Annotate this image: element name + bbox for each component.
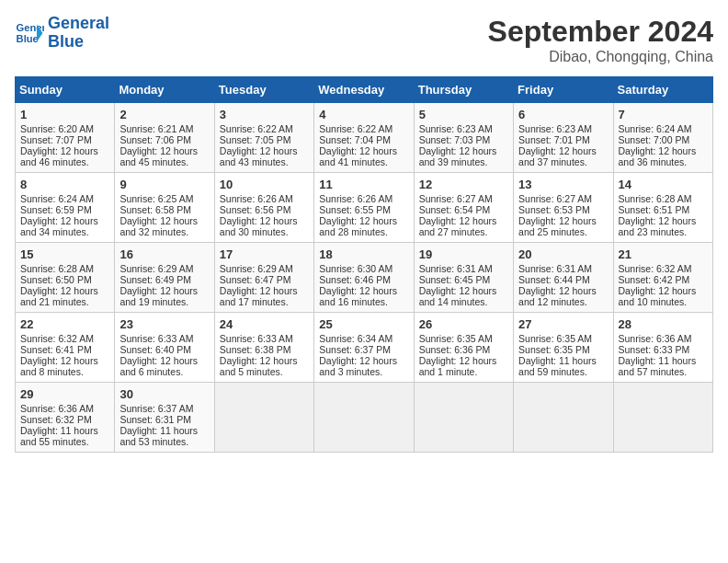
day-info: Sunset: 6:42 PM [619,274,708,285]
table-row: 27Sunrise: 6:35 AMSunset: 6:35 PMDayligh… [514,313,613,383]
day-info: Sunrise: 6:29 AM [220,263,309,274]
day-info: and 36 minutes. [619,156,708,167]
table-row: 4Sunrise: 6:22 AMSunset: 7:04 PMDaylight… [314,103,414,173]
calendar-table: Sunday Monday Tuesday Wednesday Thursday… [15,76,713,453]
day-info: Sunrise: 6:23 AM [419,123,508,134]
day-info: Sunrise: 6:31 AM [419,263,508,274]
table-row: 17Sunrise: 6:29 AMSunset: 6:47 PMDayligh… [214,243,313,313]
day-info: and 5 minutes. [220,366,309,377]
table-row: 18Sunrise: 6:30 AMSunset: 6:46 PMDayligh… [314,243,414,313]
day-info: Daylight: 12 hours [518,215,608,226]
logo-text: GeneralBlue [48,15,109,52]
table-row: 15Sunrise: 6:28 AMSunset: 6:50 PMDayligh… [16,243,115,313]
calendar-row: 8Sunrise: 6:24 AMSunset: 6:59 PMDaylight… [16,173,713,243]
calendar-row: 29Sunrise: 6:36 AMSunset: 6:32 PMDayligh… [16,383,713,453]
day-info: Sunrise: 6:31 AM [518,263,608,274]
header-monday: Monday [115,77,214,103]
day-info: Sunset: 6:33 PM [619,344,708,355]
day-number: 7 [619,108,708,121]
day-info: Sunset: 7:04 PM [319,134,408,145]
day-info: Sunset: 6:32 PM [20,414,109,425]
day-info: Daylight: 12 hours [319,145,408,156]
day-info: Daylight: 11 hours [119,425,209,436]
day-info: and 19 minutes. [119,296,209,307]
day-info: and 23 minutes. [619,226,708,237]
day-number: 21 [619,247,708,261]
day-info: Sunrise: 6:33 AM [220,333,309,344]
header-thursday: Thursday [414,77,513,103]
day-info: Sunset: 6:35 PM [518,344,608,355]
day-number: 22 [20,317,109,331]
day-info: Sunrise: 6:32 AM [619,263,708,274]
day-info: Daylight: 12 hours [518,145,608,156]
day-number: 8 [20,178,109,191]
day-info: and 8 minutes. [20,366,109,377]
header-wednesday: Wednesday [314,77,414,103]
day-info: Sunrise: 6:30 AM [319,263,408,274]
table-row: 29Sunrise: 6:36 AMSunset: 6:32 PMDayligh… [16,383,115,453]
day-info: Sunset: 6:44 PM [518,274,608,285]
day-number: 24 [220,317,309,331]
table-row: 25Sunrise: 6:34 AMSunset: 6:37 PMDayligh… [314,313,414,383]
table-row: 16Sunrise: 6:29 AMSunset: 6:49 PMDayligh… [115,243,214,313]
table-row: 1Sunrise: 6:20 AMSunset: 7:07 PMDaylight… [16,103,115,173]
day-info: and 39 minutes. [419,156,508,167]
day-info: and 57 minutes. [619,366,708,377]
day-info: Daylight: 12 hours [20,355,109,366]
day-info: Sunrise: 6:20 AM [20,123,109,134]
logo-icon: General Blue [15,18,44,48]
day-info: and 32 minutes. [119,226,209,237]
day-info: and 55 minutes. [20,436,109,447]
day-info: Sunrise: 6:24 AM [619,123,708,134]
day-info: Sunset: 6:40 PM [119,344,209,355]
table-row: 30Sunrise: 6:37 AMSunset: 6:31 PMDayligh… [115,383,214,453]
table-row [613,383,712,453]
day-info: and 3 minutes. [319,366,408,377]
header-friday: Friday [514,77,613,103]
table-row: 8Sunrise: 6:24 AMSunset: 6:59 PMDaylight… [16,173,115,243]
day-info: and 34 minutes. [20,226,109,237]
day-number: 29 [20,387,109,401]
day-info: Daylight: 12 hours [20,145,109,156]
table-row [414,383,513,453]
day-number: 11 [319,178,408,191]
table-row [314,383,414,453]
table-row: 7Sunrise: 6:24 AMSunset: 7:00 PMDaylight… [613,103,712,173]
month-title: September 2024 [488,15,713,49]
day-number: 30 [119,387,209,401]
day-number: 18 [319,247,408,261]
table-row: 3Sunrise: 6:22 AMSunset: 7:05 PMDaylight… [214,103,313,173]
day-info: Sunrise: 6:36 AM [20,403,109,414]
table-row: 13Sunrise: 6:27 AMSunset: 6:53 PMDayligh… [514,173,613,243]
table-row: 26Sunrise: 6:35 AMSunset: 6:36 PMDayligh… [414,313,513,383]
day-info: Sunrise: 6:35 AM [419,333,508,344]
day-info: and 53 minutes. [119,436,209,447]
day-number: 10 [220,178,309,191]
title-block: September 2024 Dibao, Chongqing, China [488,15,713,65]
calendar-row: 22Sunrise: 6:32 AMSunset: 6:41 PMDayligh… [16,313,713,383]
day-number: 27 [518,317,608,331]
day-info: and 25 minutes. [518,226,608,237]
day-info: Daylight: 12 hours [319,215,408,226]
day-info: Sunrise: 6:28 AM [619,193,708,204]
day-info: Daylight: 12 hours [319,285,408,296]
day-info: Daylight: 12 hours [220,145,309,156]
table-row [214,383,313,453]
day-info: Sunset: 6:41 PM [20,344,109,355]
table-row: 14Sunrise: 6:28 AMSunset: 6:51 PMDayligh… [613,173,712,243]
day-number: 26 [419,317,508,331]
day-info: Sunset: 6:53 PM [518,204,608,215]
calendar-row: 1Sunrise: 6:20 AMSunset: 7:07 PMDaylight… [16,103,713,173]
day-info: Daylight: 12 hours [619,215,708,226]
day-info: Sunset: 6:55 PM [319,204,408,215]
table-row: 22Sunrise: 6:32 AMSunset: 6:41 PMDayligh… [16,313,115,383]
day-info: and 16 minutes. [319,296,408,307]
table-row: 11Sunrise: 6:26 AMSunset: 6:55 PMDayligh… [314,173,414,243]
day-info: Sunrise: 6:36 AM [619,333,708,344]
day-number: 9 [119,178,209,191]
table-row: 28Sunrise: 6:36 AMSunset: 6:33 PMDayligh… [613,313,712,383]
day-number: 28 [619,317,708,331]
day-number: 15 [20,247,109,261]
table-row: 2Sunrise: 6:21 AMSunset: 7:06 PMDaylight… [115,103,214,173]
table-row: 10Sunrise: 6:26 AMSunset: 6:56 PMDayligh… [214,173,313,243]
